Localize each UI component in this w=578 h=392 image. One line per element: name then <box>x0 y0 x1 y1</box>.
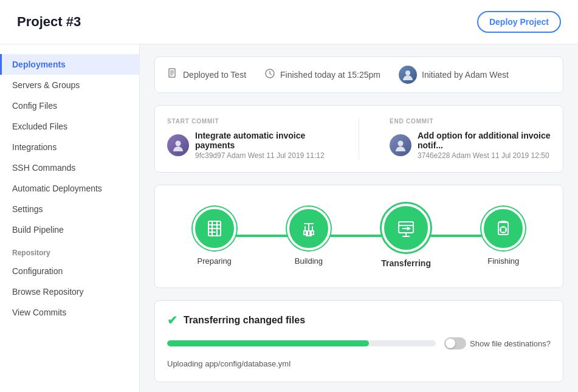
svg-point-9 <box>398 141 404 146</box>
toggle-area: Show file destinations? <box>444 337 551 349</box>
pipeline-step-preparing: Preparing <box>193 207 236 266</box>
sidebar: Deployments Servers & Groups Config File… <box>0 44 140 392</box>
start-commit-block: START COMMIT Integrate automatic invoice… <box>167 118 328 160</box>
transfer-section: ✔ Transferring changed files Show file d… <box>154 300 563 382</box>
start-commit-info: Integrate automatic invoice payments 9fc… <box>195 131 328 160</box>
main-content: Deployed to Test Finished today at 15:25… <box>140 44 578 392</box>
sidebar-item-ssh-commands[interactable]: SSH Commands <box>0 157 139 178</box>
sidebar-item-deployments[interactable]: Deployments <box>0 54 139 75</box>
sidebar-item-settings[interactable]: Settings <box>0 199 139 219</box>
initiated-by-text: Initiated by Adam West <box>422 70 509 80</box>
sidebar-item-automatic-deployments[interactable]: Automatic Deployments <box>0 178 139 199</box>
end-commit-message: Add option for additional invoice notif.… <box>418 131 551 150</box>
page-title: Project #3 <box>17 14 81 30</box>
deployed-to-info: Deployed to Test <box>167 68 246 81</box>
finished-time-info: Finished today at 15:25pm <box>264 68 380 81</box>
end-commit-avatar <box>390 134 411 156</box>
start-commit-message: Integrate automatic invoice payments <box>195 131 328 150</box>
show-destinations-toggle[interactable] <box>444 337 466 349</box>
end-commit-meta: 3746e228 Adam West 11 Jul 2019 12:50 <box>418 151 551 160</box>
repository-section-label: Repository <box>0 240 139 261</box>
finishing-label: Finishing <box>487 256 519 266</box>
svg-point-8 <box>176 141 181 146</box>
building-label: Building <box>295 256 323 266</box>
finished-time-text: Finished today at 15:25pm <box>280 70 380 80</box>
toggle-label: Show file destinations? <box>470 339 551 348</box>
progress-bar-background <box>167 340 436 346</box>
preparing-label: Preparing <box>197 256 231 266</box>
sidebar-item-build-pipeline[interactable]: Build Pipeline <box>0 219 139 240</box>
transfer-title: Transferring changed files <box>184 315 305 326</box>
transferring-circle <box>382 204 430 252</box>
clock-icon <box>264 68 275 81</box>
progress-bar-fill <box>167 340 369 346</box>
sidebar-item-view-commits[interactable]: View Commits <box>0 302 139 323</box>
svg-rect-23 <box>399 222 413 233</box>
pipeline-section: Preparing <box>154 185 563 288</box>
sidebar-item-browse-repository[interactable]: Browse Repository <box>0 281 139 302</box>
document-icon <box>167 68 178 81</box>
transfer-header: ✔ Transferring changed files <box>167 313 551 328</box>
svg-line-6 <box>270 74 272 75</box>
preparing-circle <box>193 207 236 250</box>
sidebar-item-configuration[interactable]: Configuration <box>0 261 139 281</box>
end-commit-label: END COMMIT <box>390 118 551 125</box>
app-body: Deployments Servers & Groups Config File… <box>0 44 578 392</box>
sidebar-item-servers-groups[interactable]: Servers & Groups <box>0 75 139 95</box>
end-commit-block: END COMMIT Add option for additional inv… <box>390 118 551 160</box>
pipeline-step-building: Building <box>287 207 331 266</box>
finishing-circle <box>481 207 525 250</box>
start-commit-details: Integrate automatic invoice payments 9fc… <box>167 131 328 160</box>
uploading-text: Uploading app/config/database.yml <box>167 358 551 370</box>
svg-point-7 <box>405 70 410 75</box>
sidebar-item-integrations[interactable]: Integrations <box>0 137 139 157</box>
progress-row: Show file destinations? <box>167 337 551 349</box>
deploy-info-bar: Deployed to Test Finished today at 15:25… <box>154 57 563 93</box>
end-commit-details: Add option for additional invoice notif.… <box>390 131 551 160</box>
toggle-knob <box>446 339 455 348</box>
start-commit-avatar <box>167 134 189 156</box>
deployed-to-text: Deployed to Test <box>183 70 246 80</box>
end-commit-info: Add option for additional invoice notif.… <box>418 131 551 160</box>
pipeline-step-finishing: Finishing <box>481 207 525 266</box>
sidebar-item-excluded-files[interactable]: Excluded Files <box>0 116 139 137</box>
start-commit-meta: 9fc39d97 Adam West 11 Jul 2019 11:12 <box>195 151 328 160</box>
pipeline-steps: Preparing <box>167 204 551 268</box>
sidebar-item-config-files[interactable]: Config Files <box>0 95 139 116</box>
building-circle <box>287 207 331 250</box>
app-header: Project #3 Deploy Project <box>0 0 578 44</box>
transferring-label: Transferring <box>381 258 431 268</box>
commit-section: START COMMIT Integrate automatic invoice… <box>154 105 563 173</box>
initiator-avatar <box>399 66 417 84</box>
commit-row: START COMMIT Integrate automatic invoice… <box>167 118 551 160</box>
pipeline-track: Preparing <box>167 204 551 268</box>
deploy-project-button[interactable]: Deploy Project <box>477 11 561 33</box>
start-commit-label: START COMMIT <box>167 118 328 125</box>
commit-divider <box>359 118 359 160</box>
check-icon: ✔ <box>167 313 177 328</box>
initiated-by-info: Initiated by Adam West <box>399 66 509 84</box>
pipeline-step-transferring: Transferring <box>381 204 431 268</box>
